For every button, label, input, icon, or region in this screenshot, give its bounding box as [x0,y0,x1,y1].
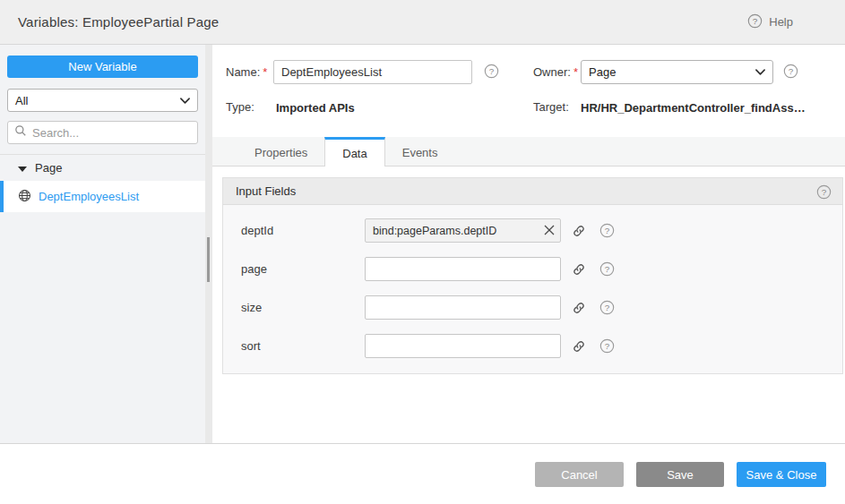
bind-link-icon[interactable] [572,339,586,354]
input-fields-panel: Input Fields ? deptId [222,177,843,374]
splitter-handle[interactable] [207,237,210,282]
search-input[interactable] [32,126,191,140]
field-help-icon[interactable]: ? [599,223,615,238]
name-input[interactable] [273,60,472,84]
name-help-icon[interactable]: ? [484,64,499,79]
help-icon: ? [747,13,763,31]
field-label: size [223,301,365,314]
owner-select[interactable]: Page [581,60,773,84]
panel-splitter[interactable] [205,45,212,443]
dialog-header: Variables: EmployeePartial Page ? Help [0,0,845,45]
field-label: sort [223,339,365,353]
svg-text:?: ? [822,187,827,197]
owner-help-icon[interactable]: ? [783,64,798,79]
tree-group-page[interactable]: Page [0,155,205,181]
editor-tab-bar: Properties Data Events [212,137,845,167]
help-label: Help [769,15,793,29]
required-asterisk: * [573,65,578,79]
dialog-footer: Cancel Save Save & Close [0,443,845,504]
input-fields-help-icon[interactable]: ? [816,184,832,202]
globe-icon [18,189,31,205]
input-fields-header: Input Fields ? [223,178,842,205]
chevron-down-icon [755,69,765,75]
bind-link-icon[interactable] [572,262,586,277]
svg-text:?: ? [605,303,610,312]
type-value: Imported APIs [276,101,355,115]
input-fields-title: Input Fields [236,184,296,198]
input-fields-body: deptId ? [223,205,842,373]
target-label: Target: [533,98,569,116]
field-row-size: size ? [223,288,842,327]
sidebar-controls: New Variable All [0,45,205,144]
page-title: Variables: EmployeePartial Page [0,14,219,30]
page-input[interactable] [365,257,561,281]
variables-tree: Page DeptEmployeesList [0,154,205,212]
help-link[interactable]: ? Help [747,13,793,31]
tab-events[interactable]: Events [385,137,455,166]
svg-text:?: ? [605,264,610,274]
tree-item-variable[interactable]: DeptEmployeesList [0,181,205,212]
tab-properties[interactable]: Properties [237,137,324,166]
field-row-deptid: deptId ? [223,211,842,250]
filter-selected-value: All [15,94,28,107]
variables-sidebar: New Variable All [0,45,205,443]
owner-label: Owner:* [533,60,578,84]
name-label: Name:* [226,60,267,84]
variables-dialog: Variables: EmployeePartial Page ? Help N… [0,0,845,504]
sort-input[interactable] [365,334,561,358]
variable-search-box [7,121,198,144]
variable-filter-select[interactable]: All [7,89,198,112]
tree-group-label: Page [35,161,62,175]
required-asterisk: * [263,65,267,79]
field-help-icon[interactable]: ? [599,261,615,277]
caret-down-icon [18,161,27,175]
svg-text:?: ? [789,66,794,76]
field-help-icon[interactable]: ? [599,338,615,354]
svg-text:?: ? [753,15,758,25]
field-row-sort: sort ? [223,327,842,365]
field-row-page: page ? [223,250,842,288]
cancel-button[interactable]: Cancel [535,462,624,487]
clear-binding-icon[interactable] [543,224,556,236]
variable-editor: Name:* ? Owner:* Page ? Type: Imported A… [212,45,845,443]
deptid-input[interactable] [365,218,561,243]
search-icon [14,124,27,141]
target-value: HR/HR_DepartmentController_findAss… [581,101,806,115]
bind-link-icon[interactable] [572,224,586,238]
save-and-close-button[interactable]: Save & Close [737,462,826,487]
field-label: page [223,262,365,276]
dialog-body: New Variable All [0,45,845,443]
tab-data[interactable]: Data [324,137,384,167]
svg-text:?: ? [605,341,610,351]
svg-text:?: ? [605,226,610,235]
field-help-icon[interactable]: ? [599,300,615,315]
svg-text:?: ? [489,66,495,76]
size-input[interactable] [365,295,561,320]
bind-link-icon[interactable] [572,301,586,315]
type-label: Type: [226,98,254,116]
chevron-down-icon [180,98,190,104]
save-button[interactable]: Save [636,462,724,487]
new-variable-button[interactable]: New Variable [7,56,198,78]
owner-selected-value: Page [589,65,616,79]
tree-item-label: DeptEmployeesList [39,190,139,203]
field-label: deptId [223,224,365,237]
